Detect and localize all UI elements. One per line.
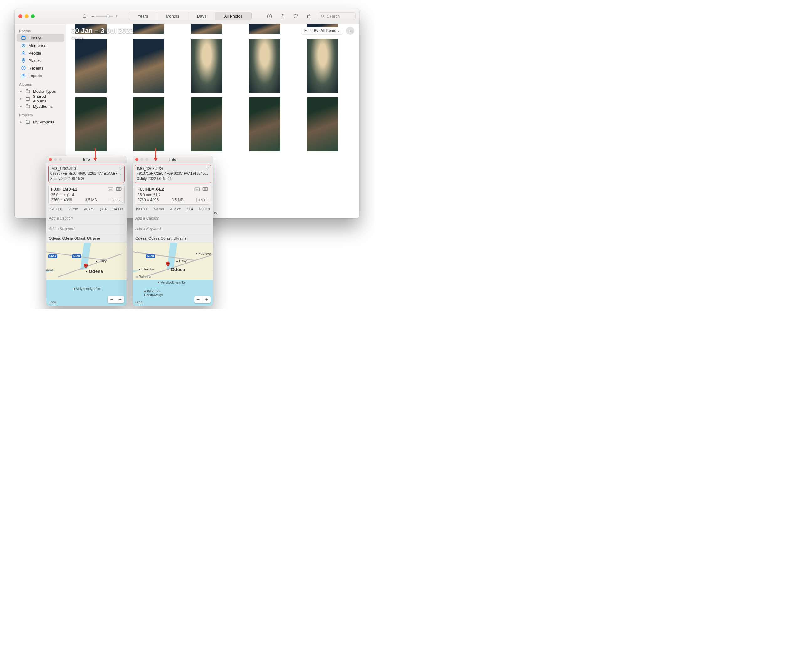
sidebar-item-places[interactable]: Places [17, 57, 64, 64]
panel-titlebar: Info [46, 156, 127, 163]
sidebar-section-photos: Photos [15, 26, 66, 34]
folder-icon [25, 119, 30, 124]
photo-thumbnail[interactable] [249, 24, 280, 34]
seg-months[interactable]: Months [157, 12, 188, 20]
caption-input[interactable]: Add a Caption [135, 214, 211, 223]
location-map[interactable]: M-05 Odesa Lisky Koblevo Biliaivka Palan… [133, 242, 213, 306]
photo-thumbnail[interactable] [307, 98, 338, 151]
search-input[interactable]: Search [318, 12, 356, 20]
more-options-button[interactable]: ⋯ [346, 27, 355, 35]
sidebar-item-people[interactable]: People [17, 49, 64, 57]
location-text[interactable]: Odesa, Odesa Oblast, Ukraine [135, 234, 211, 242]
location-map[interactable]: M-16 M-05 Odesa Lisky aivka Velykodolyns… [46, 242, 127, 306]
folder-icon [25, 104, 30, 109]
close-panel-button[interactable] [135, 158, 138, 161]
aspect-crop-icon[interactable] [81, 12, 89, 21]
map-zoom-in-button[interactable]: + [116, 296, 124, 303]
share-icon[interactable] [279, 12, 287, 21]
svg-rect-8 [307, 15, 310, 18]
zoom-in-icon[interactable]: + [115, 14, 118, 19]
favorite-heart-icon[interactable]: ♡ [119, 166, 123, 171]
photo-thumbnail[interactable] [191, 98, 223, 151]
minimize-panel-button[interactable] [54, 158, 57, 161]
map-legal-link[interactable]: Legal [49, 301, 56, 304]
map-zoom-in-button[interactable]: + [203, 296, 211, 303]
close-window-button[interactable] [19, 14, 22, 18]
recents-icon [21, 66, 26, 71]
view-segmented-control: Years Months Days All Photos [129, 12, 252, 20]
zoom-slider[interactable]: – + [92, 14, 118, 19]
sidebar-item-my-albums[interactable]: ▶ My Albums [17, 103, 64, 110]
keyword-input[interactable]: Add a Keyword [135, 224, 211, 233]
photo-thumbnail[interactable] [133, 98, 164, 151]
fullscreen-panel-button[interactable] [145, 158, 149, 161]
svg-text:WB: WB [109, 188, 112, 190]
filter-dropdown[interactable]: Filter By: All Items ⌄ [301, 27, 343, 34]
keyword-input[interactable]: Add a Keyword [49, 224, 124, 233]
svg-rect-20 [26, 105, 30, 108]
fullscreen-window-button[interactable] [31, 14, 35, 18]
map-zoom-controls: − + [108, 296, 124, 303]
photo-thumbnail[interactable] [249, 39, 280, 93]
map-zoom-out-button[interactable]: − [194, 296, 203, 303]
svg-rect-11 [22, 37, 25, 39]
sidebar-section-projects: Projects [15, 110, 66, 118]
svg-text:WB: WB [196, 188, 199, 190]
exif-row: ISO 80053 mm-0,3 evƒ1.41/480 s [48, 206, 125, 212]
chevron-right-icon: ▶ [20, 105, 23, 108]
photo-thumbnail[interactable] [75, 39, 106, 93]
photo-thumbnail[interactable] [249, 98, 280, 151]
metering-icon [202, 187, 208, 192]
photo-thumbnail[interactable] [307, 39, 338, 93]
sidebar-item-memories[interactable]: Memories [17, 42, 64, 49]
search-placeholder: Search [327, 14, 339, 19]
map-legal-link[interactable]: Legal [135, 301, 143, 304]
sidebar-item-recents[interactable]: Recents [17, 64, 64, 72]
minimize-panel-button[interactable] [140, 158, 143, 161]
image-dimensions: 2760 × 4896 [51, 198, 72, 202]
chevron-right-icon: ▶ [20, 90, 23, 93]
filename: IMG_1202.JPG [51, 166, 123, 171]
photo-thumbnail[interactable] [133, 39, 164, 93]
minimize-window-button[interactable] [25, 14, 29, 18]
info-icon[interactable] [265, 12, 273, 21]
svg-rect-18 [26, 90, 30, 93]
file-uuid: 099987FE-7E08-468C-B261-7A4E1AAEFA… [51, 171, 123, 176]
people-icon [21, 51, 26, 56]
rotate-icon[interactable] [305, 12, 313, 21]
folder-icon [25, 89, 30, 94]
folder-icon [25, 96, 30, 101]
svg-rect-12 [22, 36, 25, 37]
image-dimensions: 2760 × 4896 [138, 198, 159, 202]
favorite-heart-icon[interactable]: ♡ [206, 166, 209, 171]
seg-all-photos[interactable]: All Photos [216, 12, 252, 20]
sidebar-item-my-projects[interactable]: ▶ My Projects [17, 118, 64, 126]
zoom-out-icon[interactable]: – [92, 14, 94, 19]
photo-thumbnail[interactable] [75, 98, 106, 151]
map-zoom-out-button[interactable]: − [108, 296, 116, 303]
exif-row: ISO 80053 mm-0,3 evƒ1.41/500 s [135, 206, 211, 212]
file-info-block: ♡ IMG_1203.JPG 4913715F-C2E0-4F69-823C-F… [135, 164, 211, 183]
seg-years[interactable]: Years [129, 12, 157, 20]
seg-days[interactable]: Days [188, 12, 216, 20]
location-text[interactable]: Odesa, Odesa Oblast, Ukraine [49, 234, 124, 242]
fullscreen-panel-button[interactable] [59, 158, 62, 161]
photo-thumbnail[interactable] [191, 39, 223, 93]
close-panel-button[interactable] [49, 158, 52, 161]
file-info-block: ♡ IMG_1202.JPG 099987FE-7E08-468C-B261-7… [48, 164, 125, 183]
camera-model: FUJIFILM X-E2 [138, 187, 164, 191]
memories-icon [21, 43, 26, 48]
photo-thumbnail[interactable] [75, 24, 106, 34]
sidebar-item-imports[interactable]: Imports [17, 72, 64, 79]
caption-input[interactable]: Add a Caption [49, 214, 124, 223]
imports-icon [21, 73, 26, 78]
svg-rect-21 [26, 121, 30, 124]
photo-thumbnail[interactable] [133, 24, 164, 34]
favorite-icon[interactable] [292, 12, 300, 21]
lens-spec: 35.0 mm ƒ1.4 [51, 193, 122, 197]
raw-badge-icon: WB [108, 187, 114, 192]
sidebar-item-shared-albums[interactable]: ▶ Shared Albums [17, 95, 64, 103]
sidebar-item-library[interactable]: Library [17, 34, 64, 42]
photo-thumbnail[interactable] [191, 24, 223, 34]
svg-point-15 [23, 59, 24, 61]
